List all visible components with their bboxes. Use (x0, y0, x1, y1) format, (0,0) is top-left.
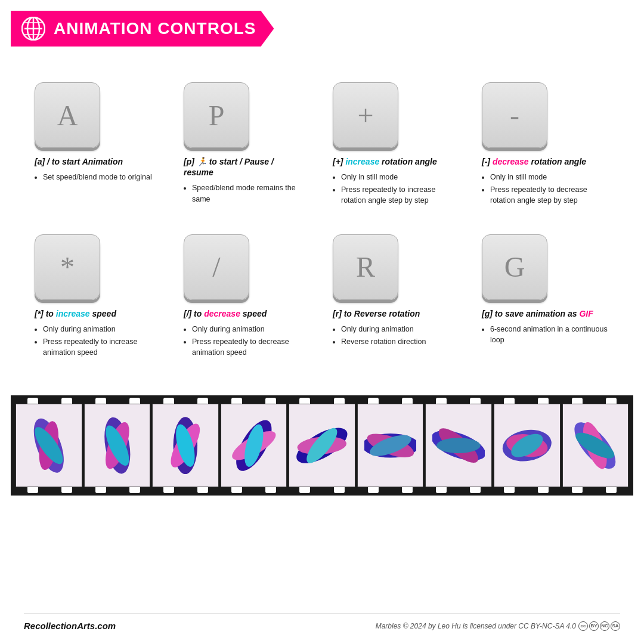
control-g-title: [g] to save animation as GIF (482, 308, 593, 319)
frame9-leaf (569, 413, 621, 478)
frame2-leaf (91, 413, 144, 478)
key-plus: + (333, 82, 398, 148)
key-g: G (482, 234, 547, 300)
key-minus: - (482, 82, 547, 148)
control-r-title: [r] to Reverse rotation (333, 308, 420, 319)
control-g-bullets: 6-second animation in a continuous loop (482, 324, 609, 347)
key-r: R (333, 234, 398, 300)
footer: RecollectionArts.com Marbles © 2024 by L… (24, 613, 620, 631)
film-frame-3 (152, 404, 219, 487)
filmstrip-container (11, 395, 633, 496)
key-a: A (35, 82, 100, 148)
control-minus-title: [-] decrease rotation angle (482, 156, 586, 167)
film-frame-4 (221, 404, 287, 487)
frame6-leaf (364, 413, 417, 478)
logo-icon (21, 17, 45, 41)
filmstrip (11, 395, 633, 496)
frame1-leaf (23, 413, 75, 478)
svg-point-26 (436, 438, 481, 453)
film-frame-6 (357, 404, 424, 487)
sa-icon: SA (611, 621, 620, 631)
film-frame-7 (425, 404, 492, 487)
control-star-title: [*] to increase speed (35, 308, 116, 319)
control-p-title: [p] 🏃 to start / Pause /resume (184, 156, 274, 178)
control-plus-title: [+] increase rotation angle (333, 156, 437, 167)
cc-icon: cc (578, 621, 588, 631)
footer-license: Marbles © 2024 by Leo Hu is licensed und… (376, 621, 620, 631)
page-title: ANIMATION CONTROLS (54, 19, 256, 38)
control-minus-bullets: Only in still mode Press repeatedly to d… (482, 172, 609, 208)
key-p: P (184, 82, 249, 148)
film-frames (11, 404, 633, 487)
film-frame-9 (562, 404, 629, 487)
control-slash-bullets: Only during animation Press repeatedly t… (184, 324, 311, 360)
footer-website: RecollectionArts.com (24, 621, 116, 631)
nc-icon: NC (600, 621, 609, 631)
frame5-leaf (296, 413, 348, 478)
control-a-bullets: Set speed/blend mode to original (35, 172, 152, 184)
controls-grid-row1: A [a] / to start Animation Set speed/ble… (24, 76, 620, 220)
key-slash: / (184, 234, 249, 300)
control-plus: + [+] increase rotation angle Only in st… (322, 76, 471, 220)
cc-license-icons: cc BY NC SA (578, 621, 620, 631)
control-minus: - [-] decrease rotation angle Only in st… (471, 76, 620, 220)
page-header: ANIMATION CONTROLS (11, 11, 274, 47)
film-frame-8 (494, 404, 561, 487)
control-g: G [g] to save animation as GIF 6-second … (471, 228, 620, 372)
by-icon: BY (589, 621, 599, 631)
control-r-bullets: Only during animation Reverse rotation d… (333, 324, 426, 349)
control-r: R [r] to Reverse rotation Only during an… (322, 228, 471, 372)
control-star-bullets: Only during animation Press repeatedly t… (35, 324, 162, 360)
frame7-leaf (432, 413, 485, 478)
frame8-leaf (501, 413, 553, 478)
control-star: * [*] to increase speed Only during anim… (24, 228, 173, 372)
control-p: P [p] 🏃 to start / Pause /resume Speed/b… (173, 76, 322, 220)
control-slash: / [/] to decrease speed Only during anim… (173, 228, 322, 372)
controls-grid-row2: * [*] to increase speed Only during anim… (24, 228, 620, 372)
control-plus-bullets: Only in still mode Press repeatedly to i… (333, 172, 460, 208)
control-p-bullets: Speed/blend mode remains the same (184, 182, 311, 206)
key-star: * (35, 234, 100, 300)
frame3-leaf (159, 413, 212, 478)
film-frame-1 (16, 404, 82, 487)
control-slash-title: [/] to decrease speed (184, 308, 267, 319)
film-frame-2 (84, 404, 151, 487)
film-frame-5 (289, 404, 355, 487)
control-a: A [a] / to start Animation Set speed/ble… (24, 76, 173, 220)
frame4-leaf (228, 413, 280, 478)
control-a-title: [a] / to start Animation (35, 156, 123, 167)
